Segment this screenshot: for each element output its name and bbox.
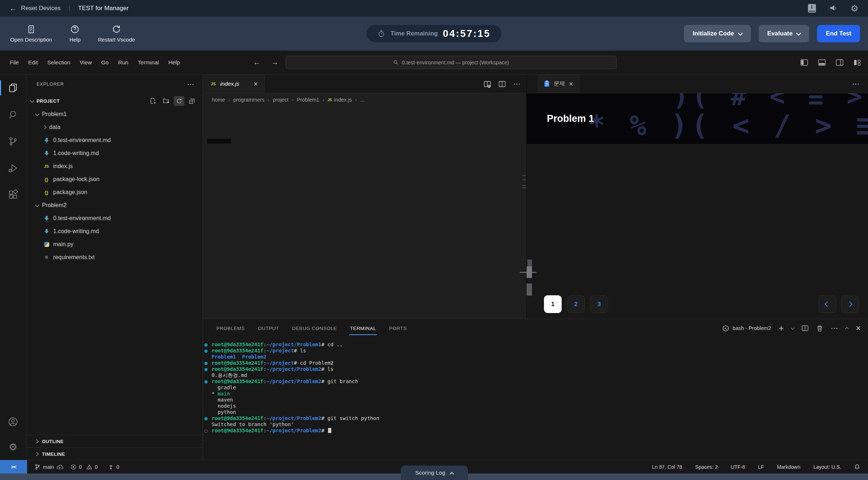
ports-indicator[interactable]: 0: [108, 464, 119, 470]
split-terminal-icon[interactable]: [801, 325, 809, 332]
source-control-activity-icon[interactable]: [0, 128, 26, 155]
terminal-output[interactable]: root@9da3354e241f:~/project/Problem1# cd…: [204, 342, 861, 457]
project-section-header[interactable]: PROJECT: [26, 94, 203, 108]
menu-terminal[interactable]: Terminal: [133, 57, 164, 68]
toggle-secondary-sidebar-icon[interactable]: [835, 59, 844, 66]
problem-more-icon[interactable]: ⋯: [852, 74, 859, 93]
timeline-section[interactable]: TIMELINE: [26, 447, 203, 460]
split-editor-icon[interactable]: [498, 80, 506, 88]
breadcrumb-item[interactable]: ...: [360, 97, 365, 103]
breadcrumb-problem1[interactable]: Problem1: [297, 97, 319, 103]
menu-view[interactable]: View: [75, 57, 96, 68]
run-debug-activity-icon[interactable]: [0, 155, 26, 181]
breadcrumb-project[interactable]: project: [273, 97, 289, 103]
page-button-1[interactable]: 1: [544, 295, 562, 313]
outline-section[interactable]: OUTLINE: [26, 435, 203, 447]
page-prev-button[interactable]: [818, 295, 836, 313]
nav-back-icon[interactable]: ←: [253, 58, 260, 67]
extensions-activity-icon[interactable]: [0, 181, 26, 208]
search-activity-icon[interactable]: [0, 101, 26, 128]
tab-close-icon[interactable]: ×: [254, 80, 258, 87]
scoring-log-button[interactable]: Scoring Log: [401, 466, 468, 480]
terminal-session[interactable]: bash - Problem2: [722, 325, 771, 332]
maximize-panel-icon[interactable]: [846, 327, 848, 330]
notifications-bell-icon[interactable]: [854, 464, 860, 470]
page-button-3[interactable]: 3: [590, 295, 608, 313]
editor-body[interactable]: [203, 106, 526, 319]
sash-handle[interactable]: [527, 266, 532, 278]
accounts-icon[interactable]: [0, 409, 26, 434]
tab-close-icon[interactable]: ×: [569, 80, 573, 87]
scrollbar-thumb[interactable]: [527, 260, 532, 267]
menu-edit[interactable]: Edit: [24, 57, 43, 68]
breadcrumb-index-js[interactable]: JSindex.js: [327, 97, 352, 103]
panel-tab-problems[interactable]: PROBLEMS: [212, 319, 249, 337]
customize-layout-icon[interactable]: [853, 59, 861, 66]
eol-sequence[interactable]: LF: [758, 464, 764, 470]
open-description-button[interactable]: Open Description: [10, 25, 52, 43]
indentation[interactable]: Spaces: 2: [695, 464, 718, 470]
evaluate-button[interactable]: Evaluate: [759, 25, 809, 42]
menu-run[interactable]: Run: [113, 57, 133, 68]
tab-problem[interactable]: 문제 ×: [537, 74, 580, 93]
open-changes-icon[interactable]: [484, 80, 491, 88]
new-file-icon[interactable]: [148, 96, 158, 106]
refresh-explorer-icon[interactable]: [174, 96, 184, 106]
help-button[interactable]: Help: [69, 25, 81, 43]
restart-vscode-button[interactable]: Restart Vscode: [98, 25, 135, 43]
tree-item-1-code-writing-md[interactable]: 1.code-writing.md: [26, 225, 203, 238]
language-mode[interactable]: Markdown: [777, 464, 800, 470]
chevron-down-icon: [35, 112, 39, 116]
nav-forward-icon[interactable]: →: [271, 58, 278, 67]
manage-gear-icon[interactable]: ⚙: [0, 434, 26, 460]
page-next-button[interactable]: [841, 295, 859, 313]
problems-indicator[interactable]: 0 0: [71, 464, 98, 470]
panel-tab-ports[interactable]: PORTS: [385, 319, 411, 337]
tree-item-0-test-environment-md[interactable]: 0.test-environment.md: [26, 134, 203, 147]
breadcrumb-home[interactable]: home: [212, 97, 225, 103]
toggle-sidebar-icon[interactable]: [800, 59, 808, 66]
page-button-2[interactable]: 2: [567, 295, 585, 313]
initialize-code-button[interactable]: Initialize Code: [684, 25, 750, 42]
tab-index-js[interactable]: JS index.js ×: [203, 74, 265, 93]
new-folder-icon[interactable]: [161, 96, 171, 106]
collapse-folders-icon[interactable]: [187, 96, 197, 106]
panel-tab-terminal[interactable]: TERMINAL: [346, 319, 380, 337]
panel-tab-output[interactable]: OUTPUT: [254, 319, 284, 337]
scrollbar-thumb[interactable]: [527, 283, 532, 296]
time-remaining-label: Time Remaining: [390, 30, 438, 37]
explorer-activity-icon[interactable]: [0, 74, 26, 101]
menu-help[interactable]: Help: [164, 57, 185, 68]
menu-selection[interactable]: Selection: [43, 57, 75, 68]
tree-item-problem2[interactable]: Problem2: [26, 199, 203, 212]
tree-item-problem1[interactable]: Problem1: [26, 108, 203, 121]
tree-item-1-code-writing-md[interactable]: 1.code-writing.md: [26, 147, 203, 160]
breadcrumb-programmers[interactable]: programmers: [233, 97, 264, 103]
end-test-button[interactable]: End Test: [817, 25, 860, 42]
terminal-text: maven: [212, 397, 233, 403]
announcement-icon[interactable]: [829, 4, 838, 13]
keyboard-layout[interactable]: Layout: U.S.: [813, 464, 841, 470]
toggle-panel-icon[interactable]: [818, 59, 826, 66]
tree-item-0-test-environment-md[interactable]: 0.test-environment.md: [26, 212, 203, 225]
panel-tab-debug-console[interactable]: DEBUG CONSOLE: [288, 319, 341, 337]
tree-item-main-py[interactable]: main.py: [26, 238, 203, 251]
tree-item-index-js[interactable]: JSindex.js: [26, 160, 203, 173]
reset-devices-button[interactable]: ← Reset Devices: [9, 5, 61, 12]
branch-indicator[interactable]: main: [34, 464, 63, 470]
cursor-position[interactable]: Ln 87, Col 78: [652, 464, 682, 470]
remote-indicator[interactable]: ><: [0, 460, 27, 473]
tree-item-requirements-txt[interactable]: ≡requirements.txt: [26, 251, 203, 264]
menu-file[interactable]: File: [5, 57, 24, 68]
terminal-dropdown-icon[interactable]: [791, 327, 794, 330]
tree-item-data[interactable]: data: [26, 121, 203, 134]
terminal-text: #: [321, 415, 327, 421]
encoding[interactable]: UTF-8: [731, 464, 745, 470]
manual-icon[interactable]: [808, 4, 816, 13]
tree-item-package-lock-json[interactable]: {}package-lock.json: [26, 173, 203, 186]
menu-go[interactable]: Go: [97, 57, 114, 68]
tree-item-package-json[interactable]: {}package.json: [26, 186, 203, 199]
settings-gear-icon[interactable]: ⚙: [851, 4, 859, 13]
kill-terminal-icon[interactable]: [816, 325, 823, 332]
command-center-search[interactable]: 0.test-environment.md — project (Workspa…: [286, 56, 617, 69]
